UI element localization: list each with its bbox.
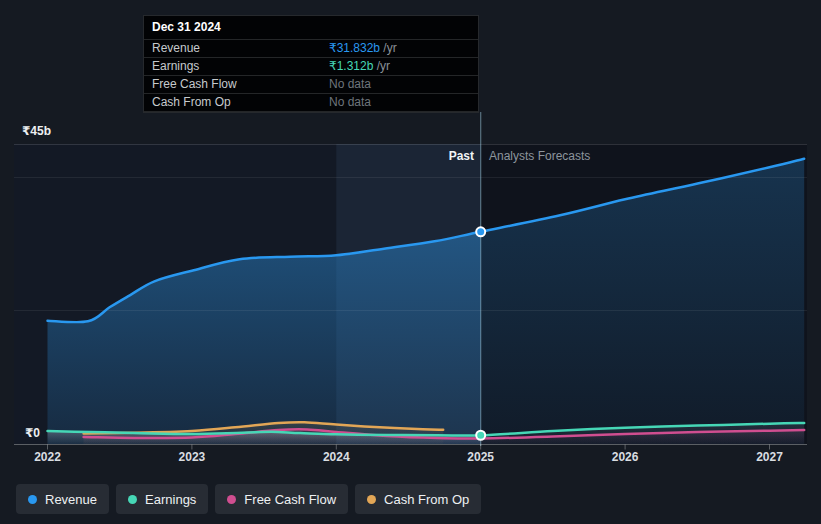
tooltip-row-cash-from-op: Cash From Op No data — [144, 94, 478, 112]
legend-item-free-cash-flow[interactable]: Free Cash Flow — [215, 484, 348, 514]
tooltip-date: Dec 31 2024 — [144, 16, 478, 40]
legend-label: Free Cash Flow — [244, 492, 336, 507]
tooltip-label: Earnings — [152, 59, 199, 73]
tooltip-unit: /yr — [377, 59, 390, 73]
past-label: Past — [374, 149, 474, 163]
tooltip-label: Revenue — [152, 41, 200, 55]
y-axis-label-zero: ₹0 — [25, 426, 40, 440]
earnings-dot-icon — [128, 495, 137, 504]
tooltip-row-earnings: Earnings ₹1.312b /yr — [144, 58, 478, 76]
revenue-marker-dot[interactable] — [476, 227, 485, 236]
earnings-revenue-growth-chart: ₹45b ₹0 Past Analysts Forecasts 20222023… — [0, 0, 821, 524]
y-axis-label-top: ₹45b — [22, 124, 51, 138]
legend-item-revenue[interactable]: Revenue — [16, 484, 109, 514]
earnings-marker-dot[interactable] — [476, 431, 485, 440]
tooltip-unit: /yr — [383, 41, 396, 55]
legend-label: Earnings — [145, 492, 196, 507]
forecast-label: Analysts Forecasts — [489, 149, 590, 163]
tooltip-row-free-cash-flow: Free Cash Flow No data — [144, 76, 478, 94]
legend-label: Revenue — [45, 492, 97, 507]
tooltip-value: ₹31.832b — [329, 41, 380, 55]
cash-from-op-dot-icon — [367, 495, 376, 504]
free-cash-flow-dot-icon — [227, 495, 236, 504]
tooltip-label: Free Cash Flow — [152, 77, 237, 91]
tooltip-value: No data — [329, 95, 371, 109]
tooltip-value: No data — [329, 77, 371, 91]
revenue-dot-icon — [28, 495, 37, 504]
legend-label: Cash From Op — [384, 492, 469, 507]
tooltip-value: ₹1.312b — [329, 59, 373, 73]
tooltip-row-revenue: Revenue ₹31.832b /yr — [144, 40, 478, 58]
legend-item-earnings[interactable]: Earnings — [116, 484, 208, 514]
legend-item-cash-from-op[interactable]: Cash From Op — [355, 484, 481, 514]
chart-legend: Revenue Earnings Free Cash Flow Cash Fro… — [16, 484, 481, 514]
tooltip-label: Cash From Op — [152, 95, 231, 109]
chart-tooltip: Dec 31 2024 Revenue ₹31.832b /yr Earning… — [143, 15, 479, 113]
